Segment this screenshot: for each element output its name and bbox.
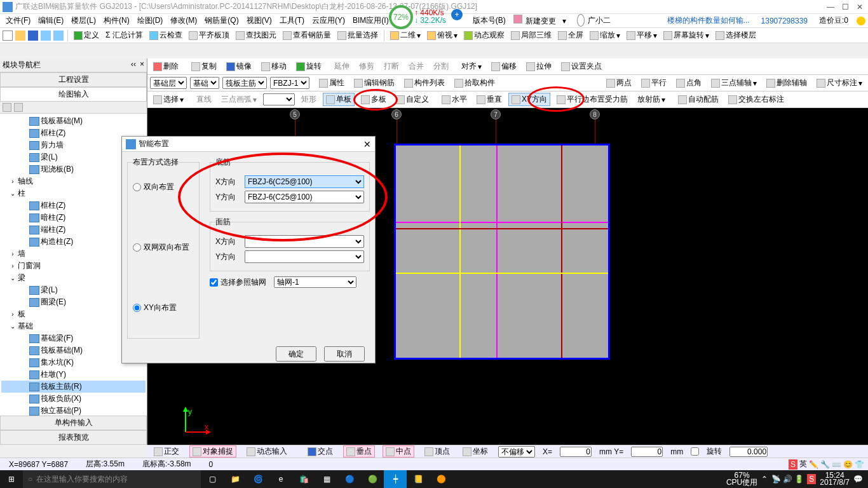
dyn-input-toggle[interactable]: 动态输入 [244, 446, 290, 457]
sogou-icon[interactable]: S [789, 459, 797, 470]
fullscreen-button[interactable]: 全屏 [556, 29, 585, 41]
ok-button[interactable]: 确定 [276, 346, 316, 362]
close-button[interactable]: ✕ [857, 3, 863, 11]
menu-component[interactable]: 构件(N) [100, 14, 133, 27]
radio-bidirectional[interactable]: 双向布置 [133, 182, 194, 193]
save-icon[interactable] [28, 30, 38, 41]
tree-expand-icon[interactable] [3, 103, 11, 112]
copy-button[interactable]: 复制 [188, 60, 220, 73]
menu-view[interactable]: 视图(V) [243, 14, 275, 27]
open-icon[interactable] [15, 30, 25, 41]
multi-board-button[interactable]: 多板 [358, 93, 390, 106]
category-select[interactable]: 基础 [190, 77, 219, 89]
zoom-button[interactable]: 缩放▾ [588, 29, 622, 41]
menu-floor[interactable]: 楼层(L) [68, 14, 99, 27]
tb-app3[interactable]: e [269, 470, 292, 488]
delete-button[interactable]: 删除 [150, 60, 182, 73]
top-point-toggle[interactable]: 顶点 [422, 446, 452, 457]
undo-icon[interactable] [41, 30, 51, 41]
ref-grid-checkbox[interactable] [210, 278, 218, 287]
radio-xy[interactable]: XY向布置 [133, 302, 194, 313]
hint-link[interactable]: 楼梯的构件数量如何输... [664, 14, 753, 27]
tb-app1[interactable]: 📁 [224, 470, 247, 488]
swap-label-button[interactable]: 交换左右标注 [725, 93, 787, 106]
ime-icon[interactable]: S [807, 474, 816, 484]
auto-rebar-button[interactable]: 自动配筋 [675, 93, 722, 106]
rotate-input[interactable] [729, 447, 768, 457]
top-view-button[interactable]: 俯视▾ [425, 29, 459, 41]
coord-toggle[interactable]: 坐标 [460, 446, 491, 457]
subcategory-select[interactable]: 筏板主筋 [222, 77, 267, 89]
menu-modify[interactable]: 修改(M) [167, 14, 200, 27]
taskbar-search[interactable]: ○ 在这里输入你要搜索的内容 [23, 470, 201, 488]
code-select[interactable]: FBZJ-1 [270, 77, 309, 89]
two-point-button[interactable]: 两点 [603, 76, 635, 90]
view-rebar-button[interactable]: 查看钢筋量 [281, 29, 333, 41]
rotate-checkbox[interactable] [691, 447, 699, 456]
point-angle-button[interactable]: 点角 [673, 76, 705, 90]
dimension-button[interactable]: 尺寸标注▾ [813, 76, 865, 90]
find-button[interactable]: 查找图元 [234, 29, 278, 41]
cross-toggle[interactable]: 交点 [305, 446, 336, 457]
system-tray[interactable]: 67%CPU使用 ⌃ 📡🔊🔋 S 15:242017/8/7 💬 [721, 472, 868, 486]
menu-file[interactable]: 文件(F) [3, 14, 34, 27]
2d-button[interactable]: 二维▾ [388, 29, 423, 41]
vert-button[interactable]: 垂直 [473, 93, 505, 106]
y-direction-select[interactable]: FBZJ-6(C25@100) [245, 191, 364, 203]
menu-rebar[interactable]: 钢筋量(Q) [201, 14, 241, 27]
tb-app2[interactable]: 🌀 [247, 470, 269, 488]
xy-direction-button[interactable]: XY方向 [508, 93, 550, 106]
maximize-button[interactable]: ☐ [842, 3, 849, 11]
redo-icon[interactable] [53, 30, 64, 41]
menu-tool[interactable]: 工具(T) [276, 14, 308, 27]
tb-app10[interactable]: 🟠 [430, 470, 452, 488]
rotate-button[interactable]: 旋转 [293, 60, 325, 73]
pan-button[interactable]: 平移▾ [625, 29, 659, 41]
menu-cloud[interactable]: 云应用(Y) [309, 14, 348, 27]
phone-link[interactable]: 13907298339 [758, 15, 811, 27]
top-x-select[interactable] [245, 235, 364, 248]
cancel-button[interactable]: 取消 [324, 346, 365, 362]
screen-rotate-button[interactable]: 屏幕旋转▾ [661, 29, 711, 41]
radio-double-net[interactable]: 双网双向布置 [133, 242, 194, 253]
pivot-button[interactable]: 设置夹点 [558, 60, 605, 73]
three-point-aux-button[interactable]: 三点辅轴▾ [708, 76, 760, 90]
x-direction-select[interactable]: FBZJ-6(C25@100) [245, 175, 364, 188]
tb-app4[interactable]: 🛍️ [292, 470, 315, 488]
cloud-check-button[interactable]: 云检查 [147, 29, 184, 41]
tab-report-preview[interactable]: 报表预览 [0, 430, 147, 445]
edit-rebar-button[interactable]: 编辑钢筋 [351, 76, 398, 90]
ref-grid-select[interactable]: 轴网-1 [274, 276, 356, 288]
menu-draw[interactable]: 绘图(D) [134, 14, 166, 27]
custom-button[interactable]: 自定义 [393, 93, 432, 106]
tree-collapse-icon[interactable] [14, 103, 23, 112]
tb-app5[interactable]: ▦ [315, 470, 338, 488]
dynamic-view-button[interactable]: 动态观察 [462, 29, 506, 41]
component-list-button[interactable]: 构件列表 [401, 76, 448, 90]
new-change-button[interactable]: 新建变更▾ [510, 13, 573, 28]
mirror-button[interactable]: 镜像 [223, 60, 255, 73]
horiz-button[interactable]: 水平 [438, 93, 470, 106]
tb-app8[interactable]: ┿ [384, 470, 407, 488]
tab-draw-input[interactable]: 绘图输入 [0, 87, 147, 102]
x-input[interactable] [560, 447, 592, 457]
style-select[interactable] [263, 93, 295, 105]
offset-button[interactable]: 偏移 [488, 60, 520, 73]
sum-button[interactable]: Σ 汇总计算 [104, 29, 145, 41]
local3d-button[interactable]: 局部三维 [509, 29, 553, 41]
ortho-toggle[interactable]: 正交 [151, 446, 182, 457]
single-board-button[interactable]: 单板 [323, 93, 355, 106]
stretch-button[interactable]: 拉伸 [523, 60, 555, 73]
tab-single-component[interactable]: 单构件输入 [0, 416, 147, 430]
tb-app9[interactable]: 📒 [407, 470, 430, 488]
perp-toggle[interactable]: 垂点 [343, 445, 375, 458]
minimize-button[interactable]: — [827, 3, 834, 11]
user-button[interactable]: 广小二 [574, 14, 617, 27]
mid-toggle[interactable]: 中点 [383, 445, 414, 458]
move-button[interactable]: 移动 [258, 60, 290, 73]
tree-selected-item[interactable]: 筏板主筋(R) [1, 381, 146, 393]
offset-mode-select[interactable]: 不偏移 [498, 446, 535, 458]
batch-button[interactable]: 批量选择 [336, 29, 380, 41]
osnap-toggle[interactable]: 对象捕捉 [189, 445, 236, 458]
radial-button[interactable]: 放射筋▾ [634, 93, 668, 106]
